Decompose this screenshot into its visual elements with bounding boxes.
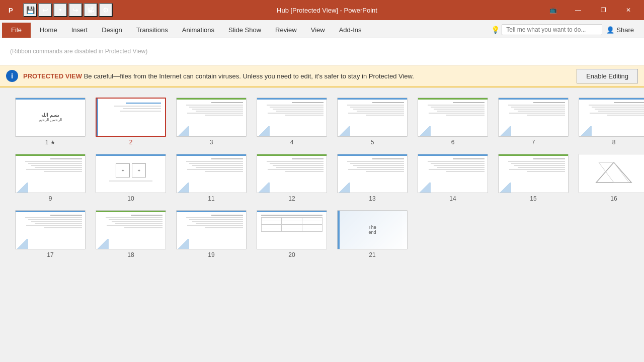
slide-thumb-2	[96, 98, 166, 137]
tab-review[interactable]: Review	[268, 23, 304, 38]
slide-thumb-19	[176, 210, 247, 249]
slide-thumb-18	[96, 210, 166, 249]
slide-thumb-12	[257, 154, 327, 193]
share-button[interactable]: 👤 Share	[602, 24, 638, 36]
tab-transitions[interactable]: Transitions	[129, 23, 175, 38]
slide-item-1[interactable]: بسم اللهالرحمن الرحيم 1 ★	[15, 98, 86, 146]
undo-button[interactable]: ↩	[38, 3, 52, 17]
slide-item-11[interactable]: 11	[176, 154, 247, 202]
ribbon-search-area: 💡 👤 Share	[491, 24, 638, 36]
tab-home[interactable]: Home	[33, 23, 64, 38]
ribbon: File Home Insert Design Transitions Anim…	[0, 20, 644, 65]
tab-view[interactable]: View	[304, 23, 332, 38]
slide-number-17: 17	[47, 251, 53, 258]
slide-number-13: 13	[369, 195, 375, 202]
protected-message: Be careful—files from the Internet can c…	[84, 72, 414, 80]
restore-button[interactable]: ❐	[592, 3, 615, 18]
present-button[interactable]: 📽	[84, 3, 98, 17]
slide-number-11: 11	[208, 195, 214, 202]
slide-number-16: 16	[610, 195, 617, 202]
slide-item-13[interactable]: 13	[337, 154, 408, 202]
slide-number-3: 3	[210, 139, 213, 146]
slide-thumb-14	[418, 154, 488, 193]
slide-item-21[interactable]: Theend 21	[337, 210, 408, 258]
slides-grid: بسم اللهالرحمن الرحيم 1 ★ 2 3	[15, 98, 629, 258]
slide-number-1: 1 ★	[45, 139, 56, 146]
tab-design[interactable]: Design	[95, 23, 129, 38]
slide-number-6: 6	[451, 139, 455, 146]
slide-number-5: 5	[371, 139, 374, 146]
ribbon-tabs: File Home Insert Design Transitions Anim…	[0, 20, 644, 38]
slide-thumb-6	[418, 98, 488, 137]
redo-button[interactable]: ↪	[68, 3, 83, 17]
slide-thumb-3	[176, 98, 247, 137]
slide-item-15[interactable]: 15	[498, 154, 569, 202]
shield-icon: i	[6, 70, 18, 82]
slide-number-2: 2	[129, 139, 133, 146]
tab-slideshow[interactable]: Slide Show	[221, 23, 268, 38]
titlebar-left: P 💾 ↩ ▼ ↪ 📽 ⚙	[4, 2, 113, 18]
minimize-button[interactable]: —	[567, 3, 590, 18]
tab-file[interactable]: File	[2, 23, 31, 38]
slide-item-9[interactable]: 9	[15, 154, 86, 202]
slide-number-10: 10	[127, 195, 134, 202]
tab-animations[interactable]: Animations	[175, 23, 221, 38]
lightbulb-icon: 💡	[491, 26, 500, 34]
slide-thumb-15	[498, 154, 569, 193]
close-button[interactable]: ✕	[617, 3, 640, 18]
slide-thumb-13	[337, 154, 408, 193]
slide-item-5[interactable]: 5	[337, 98, 408, 146]
window-title: Hub [Protected View] - PowerPoint	[117, 7, 537, 14]
enable-editing-button[interactable]: Enable Editing	[577, 69, 638, 83]
protected-view-bar: i PROTECTED VIEW Be careful—files from t…	[0, 65, 644, 87]
slide-number-7: 7	[532, 139, 535, 146]
slide-number-8: 8	[612, 139, 616, 146]
slide-thumb-10: ✦ ✦	[96, 154, 166, 193]
ribbon-content: (Ribbon commands are disabled in Protect…	[0, 38, 644, 65]
slide-item-18[interactable]: 18	[96, 210, 166, 258]
slide-item-17[interactable]: 17	[15, 210, 86, 258]
slide-thumb-11	[176, 154, 247, 193]
slide-number-21: 21	[369, 251, 375, 258]
slide-thumb-8	[579, 98, 644, 137]
slide-item-2[interactable]: 2	[96, 98, 166, 146]
tab-insert[interactable]: Insert	[64, 23, 95, 38]
search-input[interactable]	[502, 24, 602, 35]
slide-area: بسم اللهالرحمن الرحيم 1 ★ 2 3	[0, 87, 644, 362]
slide-number-4: 4	[290, 139, 294, 146]
slide-item-3[interactable]: 3	[176, 98, 247, 146]
slide-number-14: 14	[449, 195, 456, 202]
slide-item-16[interactable]: 16	[579, 154, 644, 202]
slide-item-12[interactable]: 12	[257, 154, 327, 202]
slide-number-12: 12	[288, 195, 295, 202]
slide-thumb-4	[257, 98, 327, 137]
svg-text:P: P	[9, 7, 13, 14]
slide-number-18: 18	[127, 251, 134, 258]
protected-text: PROTECTED VIEW Be careful—files from the…	[23, 72, 572, 80]
slide-item-19[interactable]: 19	[176, 210, 247, 258]
slide-item-7[interactable]: 7	[498, 98, 569, 146]
slide-number-15: 15	[530, 195, 536, 202]
slide-number-9: 9	[49, 195, 52, 202]
customize-qa[interactable]: ⚙	[99, 3, 113, 17]
slide-thumb-17	[15, 210, 86, 249]
slide-thumb-9	[15, 154, 86, 193]
slide-number-20: 20	[288, 251, 295, 258]
save-button[interactable]: 💾	[23, 3, 37, 17]
person-icon: 👤	[606, 26, 614, 34]
star-icon: ★	[50, 139, 55, 146]
undo-dropdown[interactable]: ▼	[53, 3, 67, 17]
quick-access-toolbar: 💾 ↩ ▼ ↪ 📽 ⚙	[23, 3, 113, 17]
slide-item-10[interactable]: ✦ ✦ 10	[96, 154, 166, 202]
window-controls: 📺 — ❐ ✕	[541, 3, 640, 18]
slide-item-4[interactable]: 4	[257, 98, 327, 146]
slide-thumb-7	[498, 98, 569, 137]
tab-addins[interactable]: Add-Ins	[332, 23, 369, 38]
monitor-icon[interactable]: 📺	[541, 3, 565, 18]
slide-number-19: 19	[208, 251, 214, 258]
slide-item-8[interactable]: 8	[579, 98, 644, 146]
slide-item-6[interactable]: 6	[418, 98, 488, 146]
slide-item-14[interactable]: 14	[418, 154, 488, 202]
ribbon-disabled-notice: (Ribbon commands are disabled in Protect…	[2, 44, 155, 59]
slide-item-20[interactable]: 20	[257, 210, 327, 258]
